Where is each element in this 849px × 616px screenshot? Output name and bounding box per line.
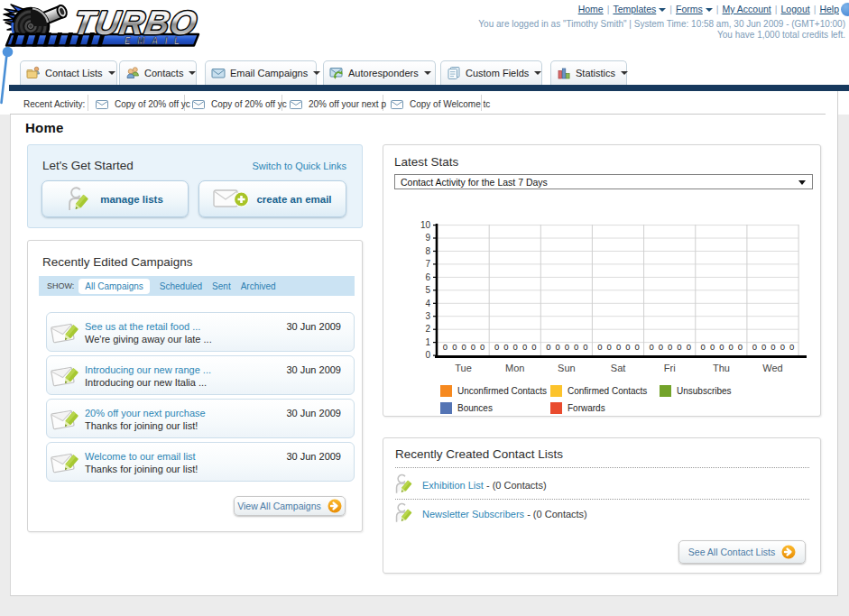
svg-text:0: 0 [583,342,587,352]
svg-text:0: 0 [531,342,536,352]
svg-text:0: 0 [738,342,743,352]
svg-text:0: 0 [471,342,475,352]
svg-text:1: 1 [425,337,430,347]
svg-text:0: 0 [687,342,691,352]
svg-text:0: 0 [719,342,724,352]
svg-text:0: 0 [710,342,715,352]
svg-text:Mon: Mon [505,363,524,373]
svg-text:0: 0 [649,342,653,352]
svg-text:Sat: Sat [611,363,626,373]
svg-text:0: 0 [701,342,706,352]
svg-text:0: 0 [503,342,508,352]
svg-text:0: 0 [771,342,775,352]
svg-text:0: 0 [625,342,630,352]
svg-text:8: 8 [425,246,430,256]
svg-text:TURBO: TURBO [70,4,200,41]
svg-text:0: 0 [789,342,794,352]
svg-text:9: 9 [425,233,430,243]
svg-text:Sun: Sun [558,363,576,373]
svg-text:0: 0 [574,342,578,352]
svg-text:0: 0 [443,342,448,352]
svg-text:0: 0 [677,342,681,352]
svg-text:0: 0 [425,350,430,360]
svg-text:0: 0 [634,342,639,352]
svg-text:2: 2 [425,324,430,334]
svg-text:7: 7 [425,259,430,269]
svg-text:0: 0 [780,342,785,352]
svg-text:0: 0 [728,342,733,352]
svg-text:0: 0 [752,342,757,352]
svg-text:0: 0 [668,342,672,352]
svg-text:0: 0 [522,342,527,352]
svg-text:4: 4 [425,299,430,308]
svg-text:0: 0 [461,342,466,352]
svg-text:Thu: Thu [713,363,730,373]
svg-text:Tue: Tue [455,363,472,373]
svg-text:Fri: Fri [664,363,676,373]
svg-text:0: 0 [659,342,663,352]
svg-text:6: 6 [425,272,430,282]
svg-text:0: 0 [555,342,559,352]
svg-text:0: 0 [494,342,499,352]
svg-text:0: 0 [616,342,621,352]
svg-text:0: 0 [480,342,484,352]
svg-text:0: 0 [597,342,602,352]
svg-text:0: 0 [761,342,766,352]
svg-text:Wed: Wed [762,363,782,373]
svg-text:0: 0 [452,342,457,352]
svg-text:0: 0 [546,342,550,352]
svg-text:0: 0 [513,342,518,352]
svg-text:0: 0 [607,342,612,352]
svg-text:0: 0 [565,342,569,352]
svg-text:10: 10 [420,220,431,230]
svg-text:5: 5 [425,285,430,295]
svg-text:3: 3 [425,311,430,321]
